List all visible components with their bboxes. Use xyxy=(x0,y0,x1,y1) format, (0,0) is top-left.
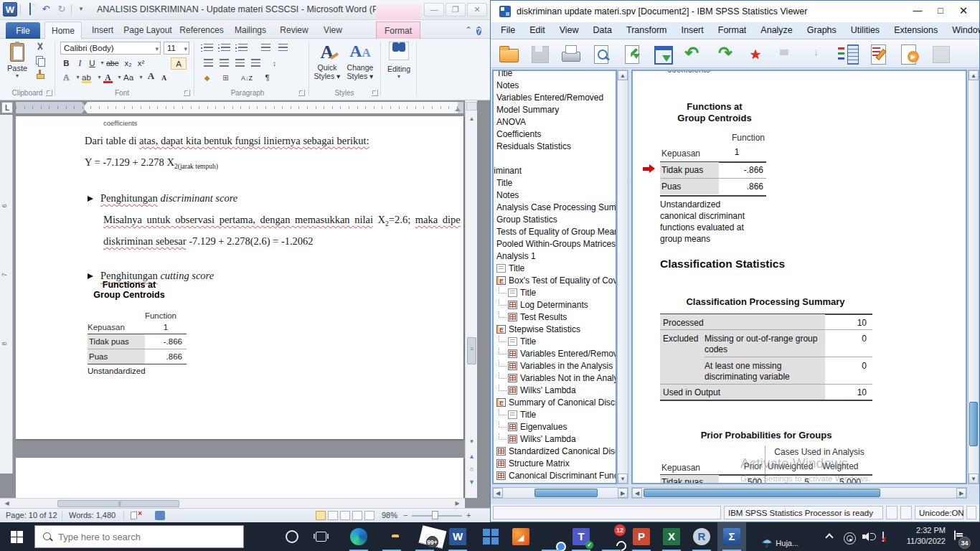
scroll-thumb[interactable] xyxy=(969,402,978,446)
tree-item[interactable]: Stepwise Statistics xyxy=(494,323,616,335)
scroll-left-arrow[interactable]: ◀ xyxy=(632,488,642,498)
tree-item[interactable]: Summary of Canonical Discriminant Functi… xyxy=(494,396,616,408)
taskbar-spss[interactable] xyxy=(717,522,746,551)
menu-item[interactable]: Insert xyxy=(674,22,710,39)
styles-dialog-launcher[interactable] xyxy=(372,90,378,96)
indent-marker[interactable] xyxy=(82,102,88,113)
tree-item[interactable]: Residuals Statistics xyxy=(494,140,616,152)
strikethrough-button[interactable]: abe xyxy=(105,57,121,70)
tree-item[interactable]: Pooled Within-Groups Matrices xyxy=(494,237,616,250)
previous-page-button[interactable]: ▲ xyxy=(466,451,477,462)
right-indent-marker[interactable] xyxy=(455,108,461,111)
tree-item[interactable]: Box's Test of Equality of Covariance Mat… xyxy=(494,274,616,286)
menu-item[interactable]: Format xyxy=(711,22,754,39)
tree-item[interactable]: Notes xyxy=(494,79,616,91)
minimize-button[interactable]: — xyxy=(906,1,929,21)
ruler-toggle-button[interactable] xyxy=(466,102,477,110)
vertical-scroll-thumb[interactable] xyxy=(467,337,476,364)
menu-item[interactable]: Utilities xyxy=(844,22,887,39)
paragraph-dialog-launcher[interactable] xyxy=(298,90,305,96)
show-paragraph-marks-button[interactable]: ¶ xyxy=(261,72,273,84)
tray-expand-chevron[interactable] xyxy=(825,533,833,541)
horizontal-scroll-thumb[interactable] xyxy=(57,500,179,507)
scroll-up-arrow[interactable]: ▲ xyxy=(618,70,628,80)
borders-button[interactable]: ⊞ xyxy=(220,72,232,85)
tab-format[interactable]: Format xyxy=(376,22,420,39)
increase-indent-button[interactable] xyxy=(275,42,290,54)
italic-button[interactable]: I xyxy=(74,57,86,70)
tab-file[interactable]: File xyxy=(6,22,40,39)
tree-item[interactable]: Variables Entered/Removed xyxy=(494,91,616,103)
subscript-button[interactable]: x₂ xyxy=(122,57,134,70)
bullets-button[interactable] xyxy=(201,42,215,54)
tree-item[interactable]: Analysis 1 xyxy=(494,250,616,262)
tree-item[interactable]: Coefficients xyxy=(494,128,616,140)
highlight-button[interactable]: ab xyxy=(80,72,93,84)
recall-dialog-button[interactable] xyxy=(651,42,675,65)
tree-item[interactable]: Functions at Group Centroids xyxy=(494,481,616,484)
goto-case-button[interactable] xyxy=(743,42,768,65)
taskbar-whatsapp[interactable]: 12 xyxy=(597,522,626,551)
tree-item[interactable]: Group Statistics xyxy=(494,213,616,225)
taskbar-search[interactable] xyxy=(34,525,244,548)
taskbar-powerpoint[interactable] xyxy=(627,522,656,551)
minimize-button[interactable]: — xyxy=(424,3,444,17)
print-button[interactable] xyxy=(558,42,583,65)
proofing-status-icon[interactable] xyxy=(131,511,141,520)
change-case-button[interactable]: Aa xyxy=(122,72,135,84)
font-name-combo[interactable]: Calibri (Body) xyxy=(60,42,161,55)
tree-item[interactable]: Analysis Case Processing Summary xyxy=(494,201,616,213)
word-app-icon[interactable] xyxy=(3,2,17,17)
scroll-down-arrow[interactable]: ▼ xyxy=(969,474,979,484)
scroll-left-arrow[interactable]: ◀ xyxy=(493,488,503,498)
display-disconnect-icon[interactable] xyxy=(882,532,884,551)
menu-item[interactable]: Edit xyxy=(522,22,552,39)
print-preview-button[interactable] xyxy=(589,42,613,65)
taskbar-r[interactable] xyxy=(687,522,716,551)
variables-button[interactable] xyxy=(836,42,860,65)
zoom-level[interactable]: 98% xyxy=(382,511,397,519)
tree-item[interactable] xyxy=(494,152,616,164)
quick-styles-button[interactable]: A Quick Styles ▾ xyxy=(311,42,343,95)
horizontal-scrollbar[interactable]: ◀ ▶ xyxy=(0,498,465,508)
open-button[interactable] xyxy=(496,42,521,65)
shrink-font-button[interactable]: A xyxy=(158,72,170,85)
clipboard-dialog-launcher[interactable] xyxy=(46,90,52,96)
export-button[interactable] xyxy=(620,42,644,65)
syntax-button[interactable] xyxy=(867,42,891,65)
close-button[interactable]: ✕ xyxy=(467,3,487,17)
scroll-up-arrow[interactable]: ▲ xyxy=(969,70,979,80)
scroll-thumb[interactable] xyxy=(644,489,880,497)
tree-item[interactable]: Title xyxy=(494,335,616,347)
zoom-out-button[interactable]: − xyxy=(403,511,407,519)
select-button[interactable] xyxy=(928,42,953,65)
justify-button[interactable] xyxy=(248,57,263,69)
font-size-combo[interactable]: 11 xyxy=(164,42,189,55)
task-view-button[interactable] xyxy=(316,532,326,542)
scroll-right-arrow[interactable]: ▶ xyxy=(618,488,628,498)
draft-view-button[interactable] xyxy=(364,511,374,520)
tab-insert[interactable]: Insert xyxy=(86,22,119,39)
tree-item[interactable]: Title xyxy=(494,262,616,274)
search-input[interactable] xyxy=(58,532,223,542)
tree-item[interactable]: Wilks' Lambda xyxy=(494,433,616,445)
undo-button[interactable]: ↶ xyxy=(39,3,52,16)
outline-view-button[interactable] xyxy=(352,511,362,520)
multilevel-list-button[interactable] xyxy=(235,42,250,54)
menu-item[interactable]: File xyxy=(494,22,522,39)
tree-item[interactable]: Eigenvalues xyxy=(494,420,616,433)
taskbar-chrome[interactable] xyxy=(537,522,565,551)
cut-button[interactable] xyxy=(33,42,47,55)
redo-button[interactable]: ↻ xyxy=(55,3,68,16)
taskbar-excel[interactable] xyxy=(657,522,686,551)
tab-mailings[interactable]: Mailings xyxy=(230,22,271,39)
tree-item[interactable]: Structure Matrix xyxy=(494,457,616,469)
tree-item[interactable]: Test Results xyxy=(494,311,616,323)
save-button[interactable] xyxy=(527,42,552,65)
start-button[interactable] xyxy=(0,522,34,551)
menu-item[interactable]: Transform xyxy=(619,22,674,39)
cortana-button[interactable] xyxy=(286,530,298,543)
document-page-2[interactable] xyxy=(16,458,463,498)
editing-button[interactable]: Editing ▾ xyxy=(383,42,415,95)
taskbar-edge[interactable] xyxy=(344,522,373,551)
